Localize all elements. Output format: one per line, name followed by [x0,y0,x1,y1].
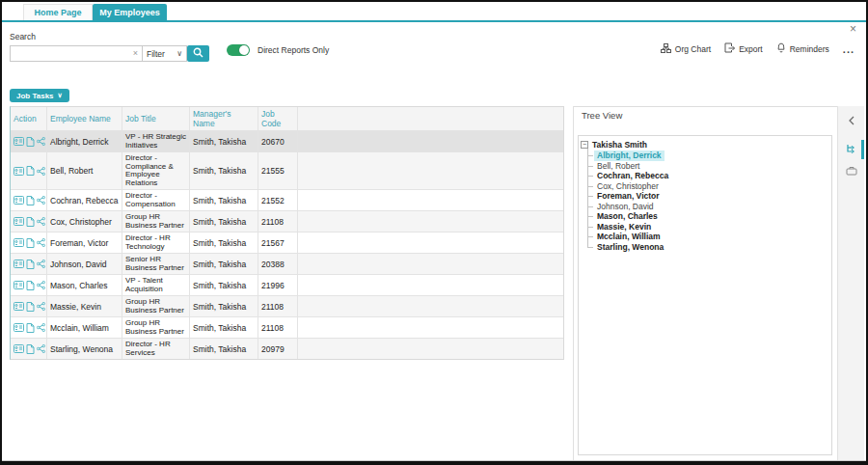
id-card-icon[interactable] [14,167,24,176]
table-row[interactable]: Starling, Wenona Director - HR Services … [11,339,563,359]
tree-view-tool-button[interactable] [838,139,864,160]
job-tasks-label: Job Tasks [16,92,54,100]
share-icon[interactable] [37,260,45,268]
id-card-icon[interactable] [14,196,24,205]
reminders-label: Reminders [790,44,829,54]
export-button[interactable]: Export [724,42,763,55]
share-icon[interactable] [37,196,45,205]
table-row[interactable]: Cochran, Rebecca Director - Compensation… [11,190,563,211]
table-row[interactable]: Johnson, David Senior HR Business Partne… [11,254,563,275]
table-row[interactable]: Bell, Robert Director - Compliance & Emp… [11,152,563,190]
search-button[interactable] [187,45,209,62]
id-card-icon[interactable] [14,238,24,247]
reminders-button[interactable]: Reminders [776,42,829,55]
tab-my-employees[interactable]: My Employees [93,4,167,20]
column-header-employee-name[interactable]: Employee Name [47,107,122,130]
tree-item[interactable]: Mason, Charles [594,211,658,222]
clear-search-icon[interactable]: × [133,48,138,58]
tree-item[interactable]: Foreman, Victor [594,191,660,202]
tree-children: Albright, Derrick Bell, Robert Cochran, … [594,150,829,252]
manager-name-cell: Smith, Takisha [190,254,258,274]
tree-item[interactable]: Mcclain, William [594,232,661,242]
share-icon[interactable] [37,238,45,247]
close-icon[interactable]: × [850,23,856,35]
document-icon[interactable] [26,238,35,248]
job-title-cell: Director - Compensation [122,190,190,210]
share-icon[interactable] [37,344,45,353]
tree-item[interactable]: Albright, Derrick [594,150,665,161]
collapse-panel-button[interactable] [838,110,864,131]
share-icon[interactable] [37,137,45,146]
share-icon[interactable] [37,323,45,332]
id-card-icon[interactable] [14,217,24,226]
document-icon[interactable] [26,302,35,312]
tree-view-title: Tree View [582,110,622,121]
document-icon[interactable] [26,137,35,147]
document-icon[interactable] [26,217,35,227]
briefcase-icon [846,162,857,179]
job-code-cell: 20388 [258,254,298,274]
share-icon[interactable] [37,281,45,289]
tab-home-page[interactable]: Home Page [23,4,93,20]
job-title-cell: Director - HR Services [122,339,190,359]
filler-cell [298,232,563,253]
direct-reports-label: Direct Reports Only [258,45,329,55]
job-code-cell: 21108 [258,211,298,232]
tree-panel-left-border [573,106,574,462]
org-chart-button[interactable]: Org Chart [661,43,711,55]
document-icon[interactable] [26,166,35,176]
manager-name-cell: Smith, Takisha [190,232,258,253]
document-icon[interactable] [26,323,35,333]
id-card-icon[interactable] [14,281,24,289]
id-card-icon[interactable] [14,137,24,146]
manager-name-cell: Smith, Takisha [190,211,258,232]
column-header-managers-name[interactable]: Manager's Name [190,107,258,130]
document-icon[interactable] [26,281,35,290]
filter-label: Filter [147,49,165,59]
column-header-job-title[interactable]: Job Title [122,107,190,130]
id-card-icon[interactable] [14,323,24,332]
document-icon[interactable] [26,260,35,269]
employee-table-body: Albright, Derrick VP - HR Strategic Init… [11,131,563,359]
table-row[interactable]: Mcclain, William Group HR Business Partn… [11,317,563,339]
employee-name-cell: Cochran, Rebecca [47,190,122,210]
share-icon[interactable] [37,217,45,226]
table-row[interactable]: Cox, Christopher Group HR Business Partn… [11,211,563,232]
org-chart-label: Org Chart [675,44,711,54]
content-bottom-border [2,460,866,461]
collapse-minus-icon[interactable]: − [581,141,588,149]
tree-item[interactable]: Bell, Robert [594,161,639,172]
job-title-cell: Director - HR Technology [122,232,190,253]
share-icon[interactable] [37,302,45,311]
tree-item[interactable]: Massie, Kevin [594,222,651,232]
manager-name-cell: Smith, Takisha [190,317,258,338]
manager-name-cell: Smith, Takisha [190,339,258,359]
id-card-icon[interactable] [14,344,24,353]
filler-cell [298,317,563,338]
tree-item[interactable]: Cochran, Rebecca [594,171,668,181]
column-header-action[interactable]: Action [11,107,47,130]
table-row[interactable]: Foreman, Victor Director - HR Technology… [11,232,563,254]
tree-item[interactable]: Cox, Christopher [594,181,659,192]
job-tasks-button[interactable]: Job Tasks ∨ [10,89,69,102]
id-card-icon[interactable] [14,302,24,311]
table-row[interactable]: Albright, Derrick VP - HR Strategic Init… [11,131,563,152]
id-card-icon[interactable] [14,260,24,268]
tree-item[interactable]: Starling, Wenona [594,242,664,253]
filter-dropdown[interactable]: Filter ∨ [143,45,187,62]
more-options-button[interactable]: ... [843,45,854,53]
document-icon[interactable] [26,196,35,205]
tree-root-node[interactable]: − Takisha Smith [581,140,829,150]
table-row[interactable]: Mason, Charles VP - Talent Acquisition S… [11,275,563,296]
column-header-job-code[interactable]: Job Code [258,107,298,130]
document-icon[interactable] [26,344,35,354]
employee-name-cell: Bell, Robert [47,152,122,189]
employee-name-cell: Foreman, Victor [47,232,122,253]
share-icon[interactable] [37,167,45,176]
direct-reports-toggle[interactable] [227,44,250,56]
tree-item[interactable]: Johnson, David [594,202,654,212]
briefcase-tool-button[interactable] [838,160,864,181]
table-row[interactable]: Massie, Kevin Group HR Business Partner … [11,296,563,317]
filler-cell [298,131,563,151]
search-input[interactable]: × [10,45,143,62]
